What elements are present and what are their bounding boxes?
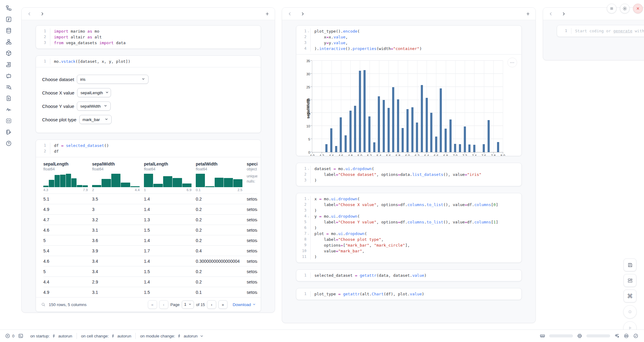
stop-button[interactable] bbox=[623, 305, 637, 319]
chart-bar[interactable] bbox=[330, 128, 332, 152]
bar-chart[interactable]: 051015202530354.04.24.44.64.85.05.25.45.… bbox=[312, 61, 503, 152]
code-editor[interactable]: 1⌄x = mo.ui.dropdown(2 label="Choose X v… bbox=[296, 193, 521, 262]
file-tree-icon[interactable] bbox=[5, 5, 12, 11]
search-icon[interactable] bbox=[41, 302, 46, 307]
function-square-icon[interactable] bbox=[5, 16, 12, 23]
code-editor[interactable]: 1 Start coding or generate with AI bbox=[557, 25, 644, 37]
code-editor[interactable]: 1import marimo as mo2import altair as al… bbox=[36, 26, 261, 48]
chart-bar[interactable] bbox=[468, 144, 470, 152]
chart-bar[interactable] bbox=[325, 144, 327, 152]
code-block-icon[interactable] bbox=[5, 118, 12, 124]
list-search-icon[interactable] bbox=[5, 84, 12, 90]
column-header[interactable]: petalLengthfloat6416.9 bbox=[144, 159, 196, 194]
table-row[interactable]: 4.63.11.50.2setosa bbox=[43, 225, 257, 235]
add-column-button[interactable] bbox=[525, 11, 531, 16]
fold-chevron-icon[interactable]: ⌄ bbox=[306, 196, 310, 202]
table-row[interactable]: 4.63.41.40.30000000000000004setosa bbox=[43, 256, 257, 266]
chart-bar[interactable] bbox=[411, 107, 413, 152]
chart-bar[interactable] bbox=[406, 109, 409, 152]
panel-prev-button[interactable] bbox=[548, 11, 553, 16]
prev-page-button[interactable]: ‹ bbox=[159, 300, 168, 309]
chart-bar[interactable] bbox=[440, 88, 442, 152]
chart-bar[interactable] bbox=[378, 96, 380, 152]
page-select[interactable]: 1 bbox=[182, 301, 194, 309]
download-button[interactable]: Download bbox=[233, 302, 256, 307]
close-button[interactable] bbox=[633, 4, 643, 13]
table-row[interactable]: 5.43.91.70.4setosa bbox=[43, 246, 257, 256]
column-header[interactable]: sepalLengthfloat644.37.9 bbox=[43, 159, 92, 194]
table-row[interactable]: 4.73.21.30.2setosa bbox=[43, 215, 257, 225]
errors-icon[interactable] bbox=[5, 333, 10, 339]
chart-bar[interactable] bbox=[388, 108, 390, 152]
chart-bar[interactable] bbox=[430, 113, 432, 152]
code-editor[interactable]: 1df = selected_dataset()2df bbox=[36, 140, 261, 157]
chart-bar[interactable] bbox=[483, 144, 485, 152]
chart-bar[interactable] bbox=[345, 135, 347, 152]
chart-bar[interactable] bbox=[349, 111, 352, 152]
chart-bar[interactable] bbox=[426, 98, 428, 152]
chart-bar[interactable] bbox=[373, 142, 375, 152]
fold-chevron-icon[interactable]: ⌄ bbox=[306, 166, 310, 172]
help-icon[interactable] bbox=[5, 140, 12, 147]
panel-next-button[interactable] bbox=[300, 11, 305, 16]
code-editor[interactable]: 1selected_dataset = getattr(data, datase… bbox=[296, 270, 521, 281]
chart-bar[interactable] bbox=[449, 119, 452, 152]
panel-prev-button[interactable] bbox=[287, 11, 292, 16]
code-editor[interactable]: 1plot_type = getattr(alt.Chart(df), plot… bbox=[296, 288, 521, 300]
chart-bar[interactable] bbox=[464, 126, 466, 152]
chart-bar[interactable] bbox=[340, 117, 342, 152]
chart-bar[interactable] bbox=[368, 116, 370, 152]
table-row[interactable]: 53.61.40.2setosa bbox=[43, 235, 257, 246]
column-header[interactable]: petalWidthfloat640.12.5 bbox=[196, 159, 247, 194]
command-palette-button[interactable]: ⌘ bbox=[624, 290, 636, 302]
chart-bar[interactable] bbox=[335, 146, 337, 152]
code-editor[interactable]: 1⌄plot_type().encode(2 x=x.value,3 y=y.v… bbox=[296, 26, 521, 54]
choose-dataset-select[interactable]: iris bbox=[77, 75, 148, 84]
fold-chevron-icon[interactable]: ⌄ bbox=[306, 231, 310, 237]
code-editor[interactable]: 1⌄dataset = mo.ui.dropdown(2 label="Choo… bbox=[296, 163, 521, 186]
autorun-segment[interactable]: on module change:autorun bbox=[140, 334, 204, 338]
chart-bar[interactable] bbox=[383, 100, 385, 152]
chart-menu-button[interactable]: ••• bbox=[507, 58, 517, 67]
table-row[interactable]: 5.13.51.40.2setosa bbox=[43, 194, 257, 204]
fold-chevron-icon[interactable]: ⌄ bbox=[306, 213, 310, 219]
chart-bar[interactable] bbox=[416, 123, 418, 152]
last-page-button[interactable]: » bbox=[218, 300, 227, 309]
connection-status-icon[interactable] bbox=[633, 333, 639, 339]
chart-bar[interactable] bbox=[497, 142, 499, 152]
chart-bar[interactable] bbox=[397, 99, 399, 152]
add-column-button[interactable] bbox=[264, 11, 270, 16]
copilot-icon[interactable] bbox=[624, 333, 629, 339]
chart-bar[interactable] bbox=[421, 85, 423, 152]
code-editor[interactable]: 1mo.vstack([dataset, x, y, plot]) bbox=[36, 56, 261, 67]
autorun-segment[interactable]: on cell change:autorun bbox=[81, 334, 131, 338]
activity-icon[interactable] bbox=[5, 106, 12, 113]
panel-prev-button[interactable] bbox=[27, 11, 32, 16]
column-header[interactable]: speciesobjectunique:nulls: bbox=[247, 159, 257, 194]
dependency-graph-icon[interactable] bbox=[5, 39, 12, 45]
layout-button[interactable] bbox=[624, 274, 636, 287]
settings-button[interactable] bbox=[620, 4, 630, 13]
table-row[interactable]: 4.931.40.2setosa bbox=[43, 204, 257, 215]
autorun-segment[interactable]: on startup:autorun bbox=[30, 334, 72, 338]
table-scroll-area[interactable]: sepalLengthfloat644.37.9sepalWidthfloat6… bbox=[43, 159, 257, 297]
first-page-button[interactable]: « bbox=[148, 300, 157, 309]
chart-bar[interactable] bbox=[445, 129, 447, 152]
next-page-button[interactable]: › bbox=[207, 300, 216, 309]
menu-button[interactable] bbox=[607, 4, 617, 13]
chart-bar[interactable] bbox=[359, 71, 361, 152]
table-row[interactable]: 4.42.91.40.2setosa bbox=[43, 277, 257, 287]
column-header[interactable]: sepalWidthfloat6424.4 bbox=[92, 159, 144, 194]
chart-bar[interactable] bbox=[473, 145, 475, 152]
chart-bar[interactable] bbox=[354, 106, 356, 152]
document-icon[interactable] bbox=[5, 95, 12, 102]
panel-next-button[interactable] bbox=[39, 11, 45, 16]
ai-sparkles-icon[interactable] bbox=[614, 333, 620, 339]
package-icon[interactable] bbox=[5, 50, 12, 56]
choose-y-value-select[interactable]: sepalWidth bbox=[77, 102, 111, 111]
chart-bar[interactable] bbox=[363, 70, 366, 152]
chart-bar[interactable] bbox=[402, 128, 404, 152]
panel-next-button[interactable] bbox=[561, 11, 566, 16]
chart-bar[interactable] bbox=[459, 144, 461, 152]
save-button[interactable] bbox=[624, 258, 636, 271]
